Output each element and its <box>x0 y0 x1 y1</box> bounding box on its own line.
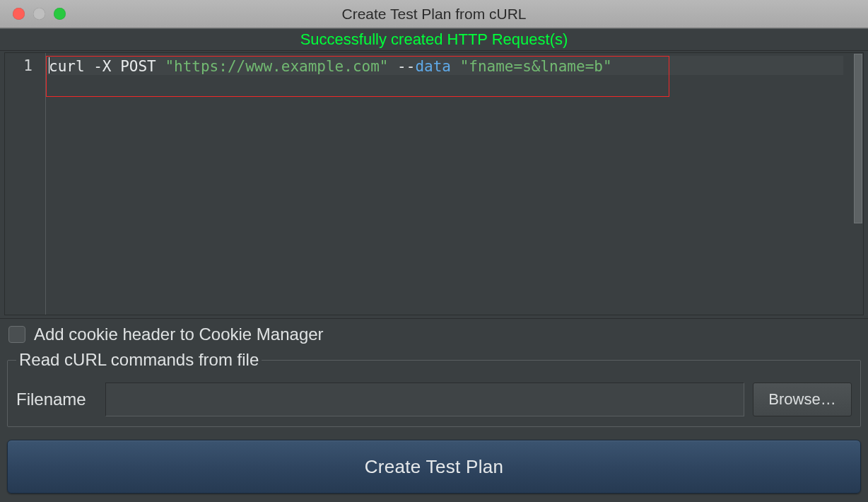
file-group: Read cURL commands from file Filename Br… <box>7 350 861 427</box>
browse-button[interactable]: Browse… <box>753 383 852 416</box>
cookie-checkbox-row[interactable]: Add cookie header to Cookie Manager <box>7 325 861 349</box>
cookie-checkbox[interactable] <box>8 326 25 343</box>
dialog-window: Create Test Plan from cURL Successfully … <box>0 0 868 502</box>
token-url: "https://www.example.com" <box>165 58 388 75</box>
zoom-icon[interactable] <box>54 8 66 20</box>
window-title: Create Test Plan from cURL <box>0 6 868 23</box>
token-space2 <box>451 58 460 75</box>
scrollbar-thumb[interactable] <box>854 54 862 223</box>
token-data-str: "fname=s&lname=b" <box>460 58 612 75</box>
code-line: curl -X POST "https://www.example.com" -… <box>49 57 848 76</box>
action-bar: Create Test Plan <box>0 434 868 502</box>
cookie-checkbox-label: Add cookie header to Cookie Manager <box>34 325 324 344</box>
token-space <box>388 58 397 75</box>
create-test-plan-button[interactable]: Create Test Plan <box>7 440 861 494</box>
status-message: Successfully created HTTP Request(s) <box>0 28 868 51</box>
vertical-scrollbar[interactable] <box>853 53 863 315</box>
filename-input[interactable] <box>105 383 744 416</box>
editor-gutter: 1 <box>5 53 46 315</box>
token-command: curl <box>49 58 93 75</box>
line-number: 1 <box>5 57 33 74</box>
titlebar: Create Test Plan from cURL <box>0 0 868 28</box>
file-row: Filename Browse… <box>16 383 852 416</box>
text-caret <box>49 57 49 74</box>
file-group-legend: Read cURL commands from file <box>16 350 262 370</box>
token-data-opt: data <box>415 58 451 75</box>
token-method: POST <box>120 58 165 75</box>
token-flag-x: -X <box>93 58 120 75</box>
window-controls <box>0 8 66 20</box>
curl-editor[interactable]: 1 curl -X POST "https://www.example.com"… <box>4 52 864 315</box>
filename-label: Filename <box>16 390 97 409</box>
minimize-icon[interactable] <box>33 8 45 20</box>
options-panel: Add cookie header to Cookie Manager Read… <box>0 318 868 434</box>
close-icon[interactable] <box>13 8 25 20</box>
code-area[interactable]: curl -X POST "https://www.example.com" -… <box>46 53 853 315</box>
token-dashes: -- <box>397 58 415 75</box>
